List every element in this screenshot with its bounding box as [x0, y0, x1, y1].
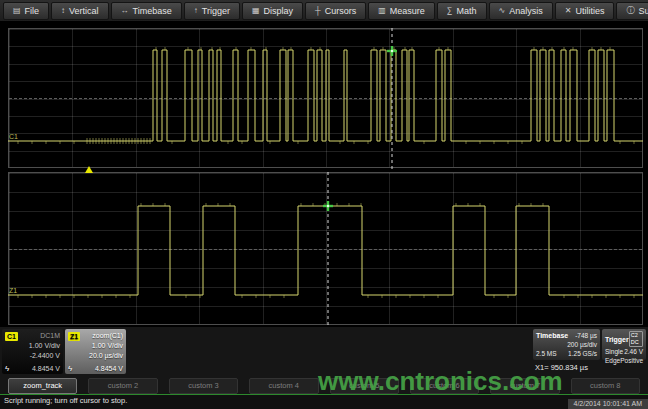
trigger-source: C2 DC [629, 331, 643, 347]
menu-label: Cursors [325, 6, 357, 16]
c1-scale: 1.00 V/div [5, 341, 60, 351]
zoom-grid[interactable] [8, 172, 643, 325]
timebase-samples: 2.5 MS [536, 349, 557, 358]
c1-level: 4.8454 V [32, 364, 60, 374]
menu-button-trigger[interactable]: ↑Trigger [184, 2, 240, 20]
menu-items: ▤File↕Vertical↔Timebase↑Trigger▦Display┼… [2, 2, 648, 20]
timebase-icon: ↔ [121, 6, 129, 15]
x1-cursor-readout: X1= 950.834 µs [535, 363, 588, 372]
trigger-title: Trigger [605, 335, 629, 344]
c1-coupling: DC1M [40, 331, 60, 341]
menu-button-file[interactable]: ▤File [3, 2, 49, 20]
c1-offset: -2.4400 V [5, 351, 60, 361]
vertical-icon: ↕ [61, 6, 65, 15]
menu-button-cursors[interactable]: ┼Cursors [305, 2, 366, 20]
timebase-title: Timebase [536, 331, 568, 340]
toolbar-button-custom-3[interactable]: custom 3 [169, 378, 238, 394]
z1-timebase: 20.0 µs/div [68, 351, 123, 361]
menu-button-timebase[interactable]: ↔Timebase [111, 2, 182, 20]
z1-tag: Z1 [68, 332, 80, 341]
menu-label: Analysis [509, 6, 543, 16]
toolbar-button-custom-6[interactable]: custom 6 [410, 378, 479, 394]
menu-label: Timebase [133, 6, 172, 16]
toolbar-button-zoom_track[interactable]: zoom_track [8, 378, 77, 394]
z1-source: zoom(C1) [92, 331, 123, 341]
menu-button-vertical[interactable]: ↕Vertical [51, 2, 109, 20]
main-grid[interactable] [8, 28, 643, 168]
lightning-icon: ϟ [5, 364, 9, 374]
display-icon: ▦ [252, 6, 260, 15]
toolbar-button-custom-4[interactable]: custom 4 [249, 378, 318, 394]
menu-label: Support [638, 6, 648, 16]
trigger-slope: Positive [620, 356, 643, 365]
trigger-mode: Single [605, 347, 623, 356]
z1-scale: 1.00 V/div [68, 341, 123, 351]
timebase-scale: 200 µs/div [567, 340, 597, 349]
menu-bar: ▤File↕Vertical↔Timebase↑Trigger▦Display┼… [0, 0, 648, 22]
menu-button-analysis[interactable]: ∿Analysis [489, 2, 553, 20]
menu-button-utilities[interactable]: ✕Utilities [555, 2, 615, 20]
math-icon: ∑ [447, 6, 453, 15]
datetime-display: 4/2/2014 10:01:41 AM [568, 399, 648, 409]
grid-centerline [9, 249, 642, 250]
trigger-icon: ↑ [194, 6, 198, 15]
status-message: Script running; turn off cursor to stop. [4, 396, 127, 405]
trigger-descriptor[interactable]: Trigger C2 DC Single 2.46 V Edge Positiv… [602, 329, 646, 360]
menu-button-display[interactable]: ▦Display [242, 2, 303, 20]
descriptor-bar: C1 DC1M 1.00 V/div -2.4400 V ϟ 4.8454 V … [0, 327, 648, 377]
zoom-z1-descriptor[interactable]: Z1 zoom(C1) 1.00 V/div 20.0 µs/div ϟ 4.8… [65, 329, 126, 374]
toolbar-button-custom-7[interactable]: custom 7 [490, 378, 559, 394]
custom-toolbar: zoom_trackcustom 2custom 3custom 4custom… [0, 377, 648, 394]
toolbar-button-custom-2[interactable]: custom 2 [88, 378, 157, 394]
waveform-display[interactable] [0, 22, 648, 327]
trigger-type: Edge [605, 356, 620, 365]
cursors-icon: ┼ [315, 6, 321, 15]
menu-button-math[interactable]: ∑Math [437, 2, 487, 20]
timebase-rate: 1.25 GS/s [568, 349, 597, 358]
menu-label: Math [457, 6, 477, 16]
oscilloscope-app: ▤File↕Vertical↔Timebase↑Trigger▦Display┼… [0, 0, 648, 409]
c1-tag: C1 [5, 332, 18, 341]
menu-button-measure[interactable]: ▥Measure [368, 2, 435, 20]
toolbar-button-custom-8[interactable]: custom 8 [571, 378, 640, 394]
measure-icon: ▥ [378, 6, 386, 15]
menu-label: Display [264, 6, 294, 16]
analysis-icon: ∿ [499, 6, 506, 15]
file-icon: ▤ [13, 6, 21, 15]
menu-label: Vertical [69, 6, 99, 16]
menu-label: File [25, 6, 40, 16]
timebase-delay: -748 µs [575, 331, 597, 340]
timebase-descriptor[interactable]: Timebase -748 µs 200 µs/div 2.5 MS 1.25 … [533, 329, 600, 360]
support-icon: ⓘ [626, 5, 634, 16]
menu-label: Utilities [575, 6, 604, 16]
channel-c1-descriptor[interactable]: C1 DC1M 1.00 V/div -2.4400 V ϟ 4.8454 V [2, 329, 63, 374]
menu-label: Trigger [202, 6, 230, 16]
z1-level: 4.8454 V [95, 364, 123, 374]
toolbar-button-custom-5[interactable]: custom 5 [330, 378, 399, 394]
status-bar: Script running; turn off cursor to stop. [0, 394, 648, 409]
trigger-level: 2.46 V [624, 347, 643, 356]
grid-centerline [9, 98, 642, 99]
menu-button-support[interactable]: ⓘSupport [616, 2, 648, 20]
menu-label: Measure [390, 6, 425, 16]
lightning-icon: ϟ [68, 364, 72, 374]
utilities-icon: ✕ [565, 6, 572, 15]
